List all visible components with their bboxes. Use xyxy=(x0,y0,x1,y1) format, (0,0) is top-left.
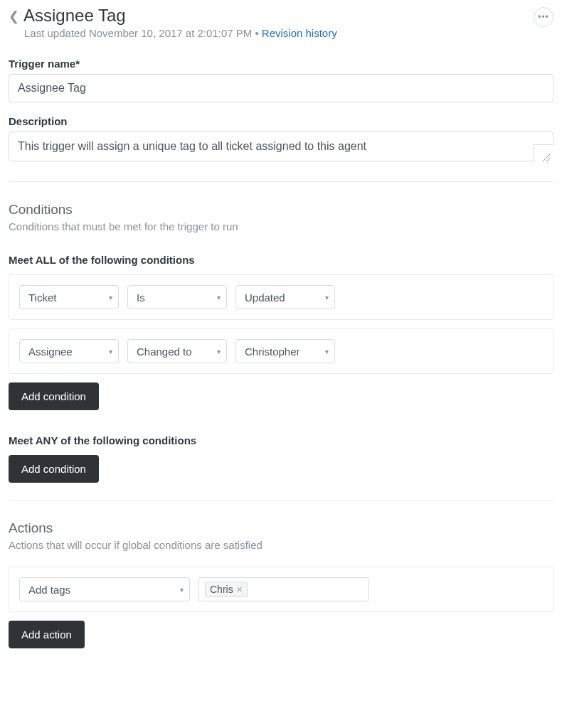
chevron-down-icon: ▾ xyxy=(217,348,221,355)
condition-value-select[interactable]: Updated ▾ xyxy=(235,285,335,309)
resize-grip-icon xyxy=(541,153,551,163)
actions-heading: Actions xyxy=(9,520,553,536)
condition-field-select[interactable]: Assignee ▾ xyxy=(19,339,119,363)
meet-any-heading: Meet ANY of the following conditions xyxy=(9,434,553,446)
last-updated-line: Last updated November 10, 2017 at 2:01:0… xyxy=(24,27,337,39)
conditions-subheading: Conditions that must be met for the trig… xyxy=(9,220,553,232)
page-title: Assignee Tag xyxy=(23,6,126,26)
tag-text: Chris xyxy=(210,584,233,595)
condition-operator-select[interactable]: Is ▾ xyxy=(127,285,227,309)
dropdown-value: Ticket xyxy=(28,291,56,304)
add-condition-button[interactable]: Add condition xyxy=(9,455,99,483)
ellipsis-icon: ••• xyxy=(538,13,549,21)
divider xyxy=(9,181,553,182)
more-options-button[interactable]: ••• xyxy=(534,7,553,27)
chevron-down-icon: ▾ xyxy=(109,294,112,301)
conditions-heading: Conditions xyxy=(9,202,553,218)
chevron-down-icon: ▾ xyxy=(325,294,329,301)
dropdown-value: Is xyxy=(137,291,145,304)
description-label: Description xyxy=(9,115,553,127)
condition-row: Ticket ▾ Is ▾ Updated ▾ xyxy=(9,274,553,320)
action-field-select[interactable]: Add tags ▾ xyxy=(19,577,190,601)
add-condition-button[interactable]: Add condition xyxy=(9,382,99,410)
actions-subheading: Actions that will occur if global condit… xyxy=(9,539,553,551)
tag-remove-icon[interactable]: ✕ xyxy=(236,585,243,594)
back-chevron-icon[interactable]: ❮ xyxy=(9,9,19,23)
trigger-name-input[interactable] xyxy=(9,74,553,102)
dropdown-value: Changed to xyxy=(137,346,192,358)
dropdown-value: Christopher xyxy=(245,346,300,358)
dropdown-value: Assignee xyxy=(28,346,73,358)
tags-input[interactable]: Chris ✕ xyxy=(198,577,369,601)
dropdown-value: Updated xyxy=(245,291,285,304)
action-row: Add tags ▾ Chris ✕ xyxy=(9,567,553,612)
condition-operator-select[interactable]: Changed to ▾ xyxy=(127,339,227,363)
description-input[interactable] xyxy=(9,132,553,161)
condition-field-select[interactable]: Ticket ▾ xyxy=(19,285,119,309)
tag-pill: Chris ✕ xyxy=(205,582,248,597)
chevron-down-icon: ▾ xyxy=(109,348,112,355)
textarea-resize-handle[interactable] xyxy=(534,144,553,164)
last-updated-timestamp: November 10, 2017 at 2:01:07 PM xyxy=(89,27,252,39)
last-updated-prefix: Last updated xyxy=(24,27,89,39)
chevron-down-icon: ▾ xyxy=(217,294,221,301)
condition-row: Assignee ▾ Changed to ▾ Christopher ▾ xyxy=(9,328,553,374)
chevron-down-icon: ▾ xyxy=(325,348,329,355)
chevron-down-icon: ▾ xyxy=(180,586,184,594)
meta-separator: • xyxy=(255,27,261,39)
dropdown-value: Add tags xyxy=(28,584,70,596)
add-action-button[interactable]: Add action xyxy=(9,621,85,648)
revision-history-link[interactable]: Revision history xyxy=(262,27,337,39)
svg-line-1 xyxy=(546,158,550,161)
trigger-name-label: Trigger name* xyxy=(9,58,553,70)
divider xyxy=(9,500,553,500)
svg-line-0 xyxy=(543,154,550,161)
meet-all-heading: Meet ALL of the following conditions xyxy=(9,254,553,266)
condition-value-select[interactable]: Christopher ▾ xyxy=(235,339,335,363)
